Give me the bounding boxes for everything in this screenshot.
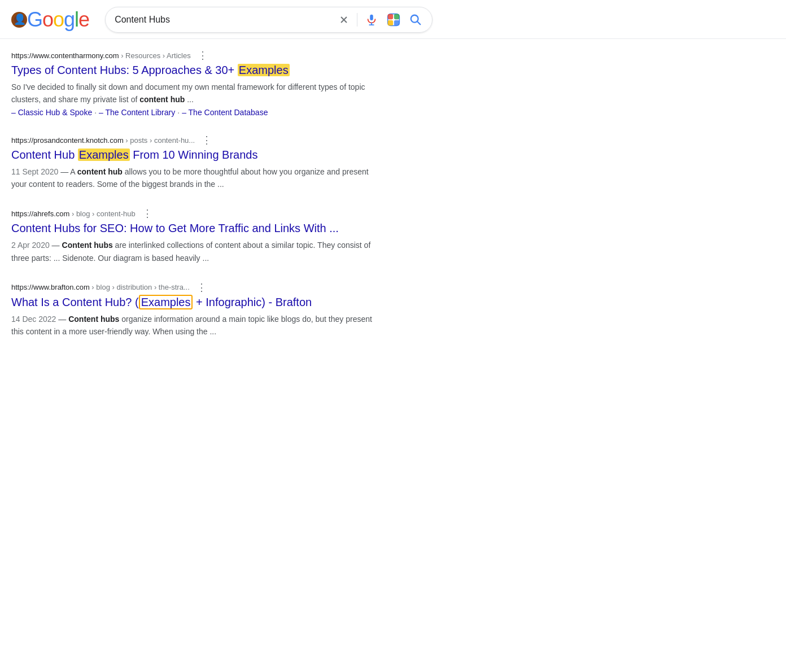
snippet-bold: Content hubs [68, 315, 119, 324]
result-title[interactable]: What Is a Content Hub? (Examples + Infog… [11, 295, 373, 309]
result-domain: https://prosandcontent.knotch.com [11, 136, 124, 145]
result-url[interactable]: https://prosandcontent.knotch.com › post… [11, 136, 195, 145]
result-item: https://www.brafton.com › blog › distrib… [11, 282, 373, 338]
result-path: › Resources › Articles [119, 51, 191, 60]
result-snippet: 11 Sept 2020 — A content hub allows you … [11, 165, 373, 190]
search-results: https://www.contentharmony.com › Resourc… [0, 39, 384, 367]
more-options-button[interactable]: ⋮ [198, 50, 208, 60]
result-url[interactable]: https://www.contentharmony.com › Resourc… [11, 51, 191, 60]
result-title[interactable]: Content Hub Examples From 10 Winning Bra… [11, 147, 373, 162]
svg-rect-5 [394, 14, 399, 19]
title-highlight: Examples [238, 64, 290, 76]
search-submit-button[interactable] [408, 12, 423, 27]
snippet-text-before: A [70, 167, 77, 176]
svg-rect-4 [388, 14, 393, 19]
result-domain: https://www.contentharmony.com [11, 51, 119, 60]
result-domain: https://ahrefs.com [11, 210, 69, 218]
result-url-row: https://www.contentharmony.com › Resourc… [11, 50, 373, 60]
result-url-row: https://prosandcontent.knotch.com › post… [11, 135, 373, 145]
result-url[interactable]: https://www.brafton.com › blog › distrib… [11, 283, 190, 291]
result-path: › posts › content-hu... [124, 136, 195, 145]
site-link[interactable]: – Classic Hub & Spoke [11, 108, 92, 117]
title-text-before: Types of Content Hubs: 5 Approaches & 30… [11, 64, 238, 76]
more-options-button[interactable]: ⋮ [197, 282, 207, 293]
result-snippet: 14 Dec 2022 — Content hubs organize info… [11, 313, 373, 338]
snippet-bold: content hub [77, 167, 123, 176]
title-highlight: Examples [139, 295, 193, 309]
result-title[interactable]: Content Hubs for SEO: How to Get More Tr… [11, 221, 373, 235]
site-link-sep: · [94, 108, 97, 117]
mic-icon [365, 14, 378, 26]
search-icon [409, 14, 422, 26]
result-path: › blog › distribution › the-stra... [90, 283, 190, 291]
result-snippet: So I've decided to finally sit down and … [11, 81, 373, 106]
result-url[interactable]: https://ahrefs.com › blog › content-hub [11, 210, 136, 218]
snippet-dash: — [58, 167, 70, 176]
search-header: Google [0, 0, 786, 39]
snippet-date: 2 Apr 2020 [11, 241, 50, 250]
snippet-dash: — [56, 315, 68, 324]
site-link[interactable]: – The Content Library [99, 108, 175, 117]
title-text-before: Content Hub [11, 149, 78, 161]
divider [357, 13, 357, 27]
result-title[interactable]: Types of Content Hubs: 5 Approaches & 30… [11, 63, 373, 77]
svg-line-9 [417, 21, 420, 24]
result-item: https://ahrefs.com › blog › content-hub … [11, 208, 373, 264]
clear-icon [339, 15, 349, 25]
search-box [105, 7, 433, 33]
voice-search-button[interactable] [364, 12, 379, 27]
result-url-row: https://ahrefs.com › blog › content-hub … [11, 208, 373, 219]
search-input[interactable] [115, 15, 332, 25]
result-url-row: https://www.brafton.com › blog › distrib… [11, 282, 373, 293]
more-options-button[interactable]: ⋮ [142, 208, 152, 219]
snippet-date: 11 Sept 2020 [11, 167, 58, 176]
more-options-button[interactable]: ⋮ [202, 135, 212, 145]
title-text-after: + Infographic) - Brafton [193, 296, 312, 308]
snippet-dash: — [50, 241, 62, 250]
title-text-after: From 10 Winning Brands [130, 149, 258, 161]
result-domain: https://www.brafton.com [11, 283, 90, 291]
snippet-date: 14 Dec 2022 [11, 315, 56, 324]
result-item: https://prosandcontent.knotch.com › post… [11, 135, 373, 190]
google-logo[interactable]: Google [11, 8, 89, 32]
title-text: Content Hubs for SEO: How to Get More Tr… [11, 222, 339, 234]
search-icon-group [338, 12, 423, 28]
title-highlight: Examples [78, 149, 130, 161]
svg-rect-6 [388, 20, 393, 25]
snippet-text-after: ... [185, 95, 194, 104]
result-path: › blog › content-hub [69, 210, 135, 218]
clear-button[interactable] [338, 14, 350, 26]
snippet-bold: Content hubs [62, 241, 113, 250]
site-link-sep: · [177, 108, 180, 117]
svg-rect-7 [394, 20, 399, 25]
site-links: – Classic Hub & Spoke · – The Content Li… [11, 108, 373, 117]
title-text-before: What Is a Content Hub? ( [11, 296, 139, 308]
result-item: https://www.contentharmony.com › Resourc… [11, 50, 373, 117]
svg-rect-0 [370, 15, 373, 20]
camera-icon [387, 13, 400, 27]
site-link[interactable]: – The Content Database [182, 108, 268, 117]
snippet-bold: content hub [139, 95, 185, 104]
result-snippet: 2 Apr 2020 — Content hubs are interlinke… [11, 239, 373, 264]
avatar [11, 12, 27, 28]
image-search-button[interactable] [386, 12, 401, 28]
